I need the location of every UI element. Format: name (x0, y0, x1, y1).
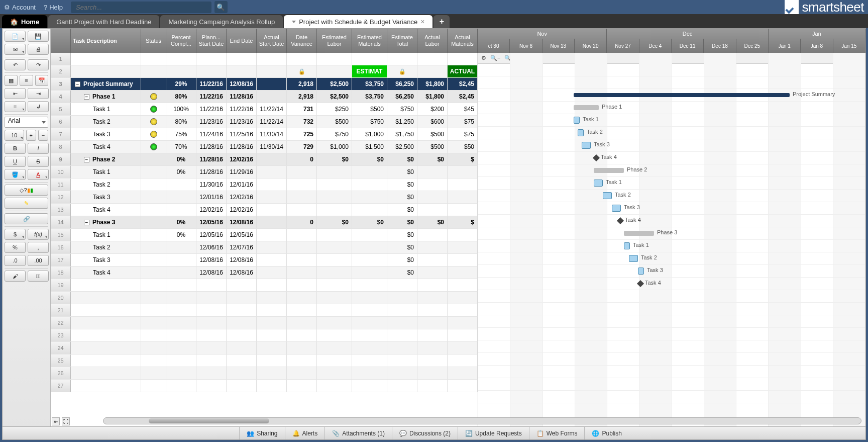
col-est-labor[interactable]: Estimated Labor (317, 29, 352, 53)
grid-cell[interactable] (352, 204, 387, 216)
week-header[interactable]: Dec 11 (672, 39, 704, 53)
row-number[interactable]: 12 (51, 191, 71, 203)
grid-cell[interactable] (317, 304, 352, 316)
grid-cell[interactable] (196, 329, 227, 341)
grid-cell[interactable] (287, 317, 317, 329)
grid-cell[interactable]: Task 2 (71, 179, 141, 191)
grid-cell[interactable] (141, 342, 166, 354)
row-number[interactable]: 19 (51, 279, 71, 291)
indent-button[interactable]: ⇥ (28, 88, 49, 99)
grid-cell[interactable] (227, 342, 257, 354)
grid-cell[interactable]: $0 (352, 216, 387, 228)
grid-cell[interactable]: $0 (317, 153, 352, 165)
grid-cell[interactable] (71, 317, 141, 329)
row-number[interactable]: 13 (51, 204, 71, 216)
grid-cell[interactable]: Task 1 (71, 229, 141, 241)
grid-cell[interactable] (166, 329, 196, 341)
week-header[interactable]: ct 30 (478, 39, 510, 53)
col-date-var[interactable]: Date Variance (287, 29, 317, 53)
account-link[interactable]: ⚙ Account (4, 4, 36, 11)
grid-cell[interactable] (196, 65, 227, 77)
grid-cell[interactable] (227, 292, 257, 304)
grid-cell[interactable]: $1,500 (352, 141, 387, 153)
grid-cell[interactable] (71, 367, 141, 379)
grid-cell[interactable]: 12/02/16 (227, 153, 257, 165)
row-number[interactable]: 3 (51, 78, 71, 90)
gantt-bar[interactable] (574, 117, 580, 124)
grid-cell[interactable]: Task 2 (71, 116, 141, 128)
grid-cell[interactable] (141, 191, 166, 203)
save-button[interactable]: 💾 (28, 31, 49, 42)
grid-cell[interactable]: 0 (287, 216, 317, 228)
grid-cell[interactable] (257, 166, 287, 178)
grid-cell[interactable] (417, 191, 448, 203)
grid-cell[interactable]: $500 (352, 103, 387, 115)
grid-cell[interactable] (417, 355, 448, 367)
collapse-toggle[interactable]: − (84, 157, 89, 162)
grid-cell[interactable] (287, 355, 317, 367)
text-color-button[interactable]: A (28, 169, 49, 180)
grid-cell[interactable]: $0 (317, 216, 352, 228)
grid-cell[interactable] (448, 317, 478, 329)
italic-button[interactable]: I (28, 143, 49, 154)
row-number[interactable]: 14 (51, 216, 71, 228)
grid-cell[interactable] (448, 355, 478, 367)
row-number[interactable]: 18 (51, 267, 71, 279)
grid-cell[interactable]: 11/29/16 (227, 166, 257, 178)
row-number[interactable]: 16 (51, 241, 71, 253)
grid-cell[interactable] (71, 380, 141, 392)
grid-cell[interactable] (166, 179, 196, 191)
grid-cell[interactable]: ESTIMAT (352, 65, 387, 77)
grid-cell[interactable]: 80% (166, 91, 196, 103)
grid-cell[interactable] (287, 329, 317, 341)
tab-close-icon[interactable]: × (420, 18, 424, 26)
grid-cell[interactable]: 11/22/16 (196, 103, 227, 115)
grid-cell[interactable] (317, 179, 352, 191)
grid-cell[interactable] (166, 380, 196, 392)
row-number[interactable]: 4 (51, 91, 71, 103)
grid-cell[interactable]: 11/24/16 (196, 128, 227, 140)
row-number[interactable]: 8 (51, 141, 71, 153)
grid-cell[interactable] (166, 355, 196, 367)
sharing-button[interactable]: 👥Sharing (239, 427, 284, 439)
grid-cell[interactable] (417, 292, 448, 304)
grid-cell[interactable] (448, 267, 478, 279)
grid-cell[interactable]: $0 (387, 267, 417, 279)
grid-cell[interactable] (257, 191, 287, 203)
grid-cell[interactable] (417, 304, 448, 316)
grid-cell[interactable] (417, 254, 448, 266)
grid-cell[interactable] (317, 53, 352, 65)
row-number[interactable]: 7 (51, 128, 71, 140)
grid-cell[interactable] (387, 292, 417, 304)
gantt-bar[interactable] (603, 192, 612, 199)
grid-cell[interactable]: $ (448, 153, 478, 165)
row-number[interactable]: 6 (51, 116, 71, 128)
grid-cell[interactable]: 0% (166, 166, 196, 178)
row-number[interactable]: 21 (51, 304, 71, 316)
grid-cell[interactable]: $0 (387, 204, 417, 216)
tab-gantt-deadline[interactable]: Gantt Project with Hard Deadline (48, 15, 159, 28)
row-number[interactable]: 26 (51, 367, 71, 379)
grid-cell[interactable]: 11/30/14 (257, 141, 287, 153)
decrease-decimal-button[interactable]: .0 (5, 255, 26, 266)
grid-cell[interactable]: $0 (387, 179, 417, 191)
alerts-button[interactable]: 🔔Alerts (285, 427, 325, 439)
grid-cell[interactable]: $0 (387, 229, 417, 241)
tab-home[interactable]: 🏠 Home (2, 15, 47, 28)
grid-cell[interactable]: $6,250 (387, 91, 417, 103)
grid-cell[interactable] (417, 166, 448, 178)
redo-button[interactable]: ↷ (28, 59, 49, 70)
goto-first-icon[interactable]: ⇤ (52, 417, 60, 425)
grid-cell[interactable] (71, 355, 141, 367)
grid-cell[interactable]: Task 3 (71, 254, 141, 266)
gantt-bar[interactable] (624, 231, 654, 236)
row-number[interactable]: 22 (51, 317, 71, 329)
grid-cell[interactable]: 11/22/16 (227, 103, 257, 115)
grid-cell[interactable] (352, 179, 387, 191)
grid-cell[interactable] (166, 254, 196, 266)
search-input[interactable] (71, 2, 211, 13)
grid-cell[interactable] (387, 355, 417, 367)
grid-cell[interactable] (141, 355, 166, 367)
grid-cell[interactable] (166, 279, 196, 291)
grid-cell[interactable] (141, 254, 166, 266)
